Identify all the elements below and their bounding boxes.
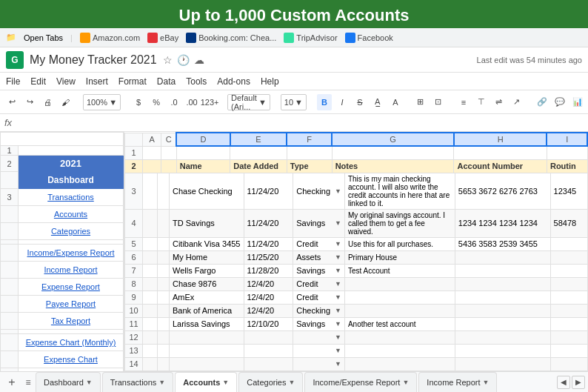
tab-income-report[interactable]: Income Report ▼ [418,372,497,393]
cell[interactable] [161,159,176,173]
col-type-header[interactable]: Type [287,159,332,173]
cell-notes[interactable]: Test Account [344,264,455,277]
tab-income-expense-report[interactable]: Income/Expense Report ▼ [304,372,417,393]
col-header-c[interactable]: C [161,133,176,146]
cell-type[interactable]: ▼ [293,330,345,344]
currency-btn[interactable]: $ [131,94,146,110]
booking-tab[interactable]: Booking.com: Chea... [186,33,276,43]
cell-account[interactable] [455,277,550,290]
star-icon[interactable]: ☆ [163,54,173,66]
cell-routing[interactable] [550,290,587,304]
cell[interactable] [158,264,170,277]
cell[interactable] [143,304,158,317]
zoom-dropdown[interactable]: 100% ▼ [83,94,121,110]
cell-date[interactable]: 11/24/20 [244,237,293,250]
cell[interactable] [158,330,170,344]
cell[interactable] [143,357,158,371]
sidebar-expense-chart[interactable]: Expense Chart [20,353,121,366]
sidebar-accounts[interactable]: Accounts [20,207,121,221]
align-btn[interactable]: ≡ [456,94,471,110]
cell[interactable] [332,146,454,159]
chart-btn[interactable]: 📊 [570,94,585,110]
cell-date[interactable]: 11/24/20 [244,209,293,237]
cell-name[interactable]: Larissa Savings [169,317,244,330]
cell-name[interactable] [169,357,244,371]
cell-date[interactable]: 11/25/20 [244,250,293,264]
cell-notes[interactable]: This is my main checking account. I will… [344,173,455,209]
cell-date[interactable] [244,330,293,344]
cell-name[interactable]: My Home [169,250,244,264]
cell-name[interactable]: Chase Checking [169,173,244,209]
cell-notes[interactable]: Use this for all purchases. [344,237,455,250]
bold-btn[interactable]: B [317,94,332,110]
comment-btn[interactable]: 💬 [552,94,567,110]
cell-notes[interactable] [344,290,455,304]
cell-routing[interactable] [550,250,587,264]
cell-notes[interactable] [344,344,455,357]
col-name-header[interactable]: Name [176,159,230,173]
cell-notes[interactable] [344,330,455,344]
cell[interactable] [158,344,170,357]
sidebar-income-expense-report[interactable]: Income/Expense Report [20,246,121,259]
cell-type[interactable]: Savings▼ [293,264,345,277]
cell-notes[interactable] [344,304,455,317]
cell[interactable] [143,264,158,277]
tab-accounts[interactable]: Accounts ▼ [175,372,237,392]
cell-account[interactable] [455,304,550,317]
cell-date[interactable]: 12/4/20 [244,277,293,290]
fontsize-dropdown[interactable]: 10 ▼ [281,94,307,110]
cell-notes[interactable]: Another test account [344,317,455,330]
col-header-a[interactable]: A [143,133,161,146]
cell-account[interactable]: 5436 3583 2539 3455 [455,237,550,250]
open-tabs-label[interactable]: Open Tabs [24,33,63,42]
cell-routing[interactable]: 58478 [550,209,587,237]
cell[interactable] [230,146,287,159]
cell[interactable] [158,173,170,209]
cell-notes[interactable] [344,277,455,290]
cell-notes[interactable]: Primary House [344,250,455,264]
cell-account[interactable]: 1234 1234 1234 1234 [455,209,550,237]
valign-btn[interactable]: ⊤ [474,94,489,110]
cell-date[interactable]: 12/4/20 [244,290,293,304]
cell-type[interactable]: Credit▼ [293,237,345,250]
cell-type[interactable]: Savings▼ [293,317,345,330]
cell[interactable] [454,146,547,159]
cloud-icon[interactable]: ☁ [194,54,204,66]
amazon-tab[interactable]: Amazon.com [80,33,140,43]
facebook-tab[interactable]: Facebook [345,33,393,43]
cell-account[interactable] [455,250,550,264]
history-icon[interactable]: 🕐 [177,54,190,66]
cell-routing[interactable] [550,304,587,317]
cell[interactable] [158,209,170,237]
cell-routing[interactable] [550,317,587,330]
cell-routing[interactable] [550,277,587,290]
cell[interactable] [143,146,161,159]
redo-btn[interactable]: ↪ [22,94,37,110]
cell-routing[interactable] [550,330,587,344]
menu-addons[interactable]: Add-ons [217,76,250,87]
tab-categories[interactable]: Categories ▼ [238,372,303,393]
cell-name[interactable]: Citibank Visa 3455 [169,237,244,250]
cell-name[interactable]: AmEx [169,290,244,304]
underline-btn[interactable]: A̲ [370,94,385,110]
cell[interactable] [143,173,158,209]
cell[interactable] [143,237,158,250]
borders-btn[interactable]: ⊞ [413,94,428,110]
cell-account[interactable] [455,344,550,357]
paint-format-btn[interactable]: 🖌 [58,94,73,110]
cell-routing[interactable] [550,357,587,371]
print-btn[interactable]: 🖨 [40,94,55,110]
number-format-btn[interactable]: 123+ [202,94,217,110]
cell[interactable] [143,159,161,173]
cell[interactable] [143,250,158,264]
decimal1-btn[interactable]: .0 [167,94,181,110]
cell-type[interactable]: ▼ [293,344,345,357]
sidebar-income-report[interactable]: Income Report [20,263,121,276]
cell[interactable] [143,317,158,330]
cell-name[interactable] [169,330,244,344]
cell-account[interactable] [455,330,550,344]
menu-format[interactable]: Format [118,76,147,87]
cell-notes[interactable] [344,357,455,371]
cell[interactable] [143,209,158,237]
strikethrough-btn[interactable]: S [353,94,367,110]
